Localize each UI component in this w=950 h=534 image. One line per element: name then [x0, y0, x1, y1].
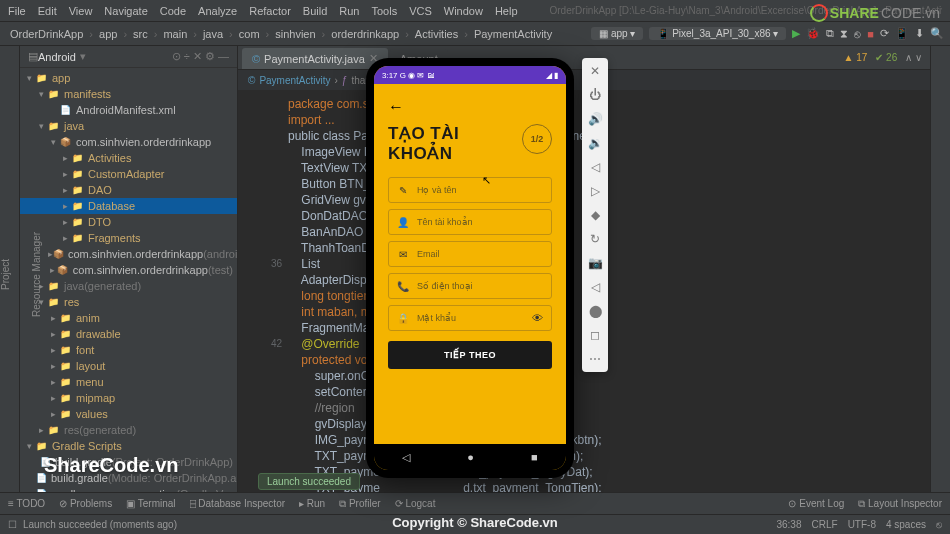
field-mật-khẩu[interactable]: 🔒Mật khẩu👁 [388, 305, 552, 331]
emu-tool-10[interactable]: ⬤ [588, 304, 602, 318]
status-caret[interactable]: 36:38 [776, 519, 801, 530]
crumb-orderdrinkapp[interactable]: orderdrinkapp [327, 28, 403, 40]
menu-refactor[interactable]: Refactor [249, 5, 291, 17]
nav-recent-icon[interactable]: ■ [531, 451, 538, 463]
emu-tool-1[interactable]: ⏻ [588, 88, 602, 102]
status-lock-icon[interactable]: ⎋ [936, 519, 942, 530]
menu-tools[interactable]: Tools [371, 5, 397, 17]
tree-values[interactable]: ▸📁values [20, 406, 237, 422]
sync-icon[interactable]: ⟳ [880, 27, 889, 40]
emu-tool-4[interactable]: ◁ [588, 160, 602, 174]
menu-build[interactable]: Build [303, 5, 327, 17]
tree-com-sinhvien-orderdrinkapp[interactable]: ▾📦com.sinhvien.orderdrinkapp [20, 134, 237, 150]
menu-vcs[interactable]: VCS [409, 5, 432, 17]
tab-eventlog[interactable]: ⊙ Event Log [788, 498, 844, 510]
emu-tool-3[interactable]: 🔉 [588, 136, 602, 150]
tree-layout[interactable]: ▸📁layout [20, 358, 237, 374]
avd-icon[interactable]: 📱 [895, 27, 909, 40]
status-line-sep[interactable]: CRLF [812, 519, 838, 530]
tree-res[interactable]: ▾📁res [20, 294, 237, 310]
tree-font[interactable]: ▸📁font [20, 342, 237, 358]
tab-layout-inspector[interactable]: ⧉ Layout Inspector [858, 498, 942, 510]
field-email[interactable]: ✉Email [388, 241, 552, 267]
menu-file[interactable]: File [8, 5, 26, 17]
tree-res[interactable]: ▸📁res (generated) [20, 422, 237, 438]
coverage-icon[interactable]: ⧉ [826, 27, 834, 40]
emu-tool-7[interactable]: ↻ [588, 232, 602, 246]
status-indent[interactable]: 4 spaces [886, 519, 926, 530]
nav-back-icon[interactable]: ◁ [402, 451, 410, 464]
tree-dao[interactable]: ▸📁DAO [20, 182, 237, 198]
tree-androidmanifest-xml[interactable]: 📄AndroidManifest.xml [20, 102, 237, 118]
menu-help[interactable]: Help [495, 5, 518, 17]
tree-activities[interactable]: ▸📁Activities [20, 150, 237, 166]
emu-tool-0[interactable]: ✕ [588, 64, 602, 78]
crumb-paymentactivity[interactable]: PaymentActivity [470, 28, 556, 40]
emu-tool-2[interactable]: 🔊 [588, 112, 602, 126]
tab-logcat[interactable]: ⟳ Logcat [395, 498, 436, 509]
emu-tool-12[interactable]: ⋯ [588, 352, 602, 366]
tree-com-sinhvien-orderdrinkapp[interactable]: ▸📦com.sinhvien.orderdrinkapp (androidTes… [20, 246, 237, 262]
tab-run[interactable]: ▸ Run [299, 498, 325, 509]
inspection-indicators[interactable]: ▲ 17 ✔ 26 ∧ ∨ [844, 52, 923, 63]
tree-manifests[interactable]: ▾📁manifests [20, 86, 237, 102]
project-header[interactable]: ▤ Android ▾ ⊙ ÷ ✕ ⚙ — [20, 46, 237, 68]
tree-com-sinhvien-orderdrinkapp[interactable]: ▸📦com.sinhvien.orderdrinkapp (test) [20, 262, 237, 278]
crumb-src[interactable]: src [129, 28, 152, 40]
field-số-điện-thoại[interactable]: 📞Số điện thoại [388, 273, 552, 299]
tab-problems[interactable]: ⊘ Problems [59, 498, 112, 509]
tree-database[interactable]: ▸📁Database [20, 198, 237, 214]
tree-mipmap[interactable]: ▸📁mipmap [20, 390, 237, 406]
debug-icon[interactable]: 🐞 [806, 27, 820, 40]
search-icon[interactable]: 🔍 [930, 27, 944, 40]
next-button[interactable]: TIẾP THEO [388, 341, 552, 369]
tree-gradle-scripts[interactable]: ▾📁Gradle Scripts [20, 438, 237, 454]
tab-terminal[interactable]: ▣ Terminal [126, 498, 175, 509]
emu-tool-5[interactable]: ▷ [588, 184, 602, 198]
nav-home-icon[interactable]: ● [467, 451, 474, 463]
tree-java[interactable]: ▸📁java (generated) [20, 278, 237, 294]
crumb-java[interactable]: java [199, 28, 227, 40]
tree-menu[interactable]: ▸📁menu [20, 374, 237, 390]
eye-icon[interactable]: 👁 [532, 312, 543, 324]
field-tên-tài-khoản[interactable]: 👤Tên tài khoản [388, 209, 552, 235]
emu-tool-9[interactable]: ◁ [588, 280, 602, 294]
device-combo[interactable]: 📱 Pixel_3a_API_30_x86 ▾ [649, 27, 786, 40]
tree-fragments[interactable]: ▸📁Fragments [20, 230, 237, 246]
tree-app[interactable]: ▾📁app [20, 70, 237, 86]
crumb-main[interactable]: main [159, 28, 191, 40]
crumb-activities[interactable]: Activities [411, 28, 462, 40]
tab-db-inspector[interactable]: ⌸ Database Inspector [190, 498, 286, 509]
crumb-com[interactable]: com [235, 28, 264, 40]
tab-payment[interactable]: ©PaymentActivity.java✕ [242, 48, 388, 69]
run-config-combo[interactable]: ▦ app ▾ [591, 27, 643, 40]
tree-java[interactable]: ▾📁java [20, 118, 237, 134]
emu-tool-6[interactable]: ◆ [588, 208, 602, 222]
menu-view[interactable]: View [69, 5, 93, 17]
attach-icon[interactable]: ⎋ [854, 28, 861, 40]
project-tree[interactable]: ▾📁app▾📁manifests📄AndroidManifest.xml▾📁ja… [20, 68, 237, 492]
back-arrow-icon[interactable]: ← [388, 98, 552, 116]
emulator-screen[interactable]: 3:17 G ◉ ✉ 🖭 ◢ ▮ ← TẠO TÀI KHOẢN 1/2 ↖ ✎… [374, 66, 566, 470]
tree-anim[interactable]: ▸📁anim [20, 310, 237, 326]
tree-drawable[interactable]: ▸📁drawable [20, 326, 237, 342]
android-nav-bar[interactable]: ◁ ● ■ [374, 444, 566, 470]
stop-icon[interactable]: ■ [867, 28, 874, 40]
profile-icon[interactable]: ⧗ [840, 27, 848, 40]
tree-customadapter[interactable]: ▸📁CustomAdapter [20, 166, 237, 182]
emu-tool-11[interactable]: ◻ [588, 328, 602, 342]
menu-run[interactable]: Run [339, 5, 359, 17]
status-encoding[interactable]: UTF-8 [848, 519, 876, 530]
tree-dto[interactable]: ▸📁DTO [20, 214, 237, 230]
menu-analyze[interactable]: Analyze [198, 5, 237, 17]
tab-profiler[interactable]: ⧉ Profiler [339, 498, 380, 510]
gutter-resource[interactable]: Resource Manager [31, 56, 42, 492]
run-icon[interactable]: ▶ [792, 27, 800, 40]
menu-code[interactable]: Code [160, 5, 186, 17]
crumb-sinhvien[interactable]: sinhvien [271, 28, 319, 40]
gutter-project[interactable]: Project [0, 56, 11, 492]
crumb-orderdrinkapp[interactable]: OrderDrinkApp [6, 28, 87, 40]
crumb-app[interactable]: app [95, 28, 121, 40]
menu-navigate[interactable]: Navigate [104, 5, 147, 17]
menu-window[interactable]: Window [444, 5, 483, 17]
